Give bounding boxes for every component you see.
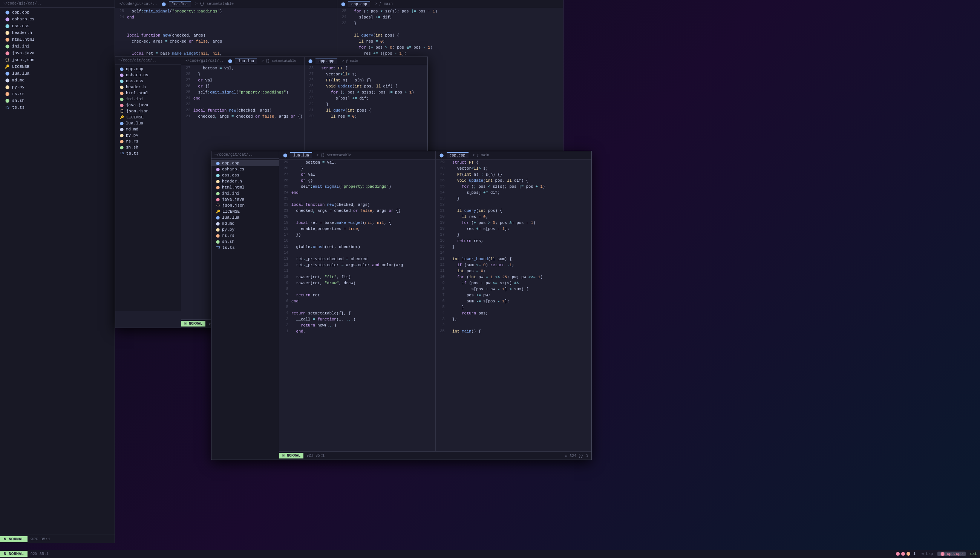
large-float-file[interactable]: ⬤java.java (211, 197, 279, 202)
file-name: ts.ts (222, 245, 235, 250)
code-line: for (+ pos > 0; pos &= pos - 1) (338, 44, 563, 51)
file-cpp[interactable]: ⬤ cpp.cpp (0, 9, 115, 16)
file-sh[interactable]: ⬤ sh.sh (0, 97, 115, 104)
float-file[interactable]: ⬤py.py (115, 132, 181, 138)
large-lua-icon: ⬤ (283, 153, 287, 158)
large-float-file[interactable]: ⬤lua.lua (211, 215, 279, 221)
float-file[interactable]: ⬤lua.lua (115, 120, 181, 126)
large-float-file-cpp[interactable]: ⬤cpp.cpp (211, 160, 279, 166)
float-cpp-code: 28 struct FT { 27 vector<ll> s; 26 FT(in… (305, 65, 428, 120)
sh-icon: ⬤ (5, 98, 10, 103)
file-lua[interactable]: ⬤ lua.lua (0, 70, 115, 77)
file-name: lua.lua (126, 121, 143, 126)
file-license[interactable]: 🔑 LICENSE (0, 63, 115, 70)
large-float-file[interactable]: ⬤html.html (211, 184, 279, 190)
float-file[interactable]: ⬤css.css (115, 78, 181, 84)
float-cpp-tab[interactable]: cpp.cpp (315, 58, 338, 64)
file-md[interactable]: ⬤ md.md (0, 77, 115, 84)
large-float-file[interactable]: 🔑LICENSE (211, 208, 279, 215)
file-name: cpp.cpp (12, 10, 29, 15)
file-name: ini.ini (126, 97, 143, 102)
large-float-file[interactable]: ⬤md.md (211, 221, 279, 226)
large-float-file[interactable]: ⬤csharp.cs (211, 166, 279, 172)
file-name: lua.lua (12, 71, 29, 76)
large-float-file[interactable]: ⬤py.py (211, 226, 279, 233)
large-pos: 92% 35:1 (303, 453, 328, 458)
file-percent: 92% 35:1 (28, 536, 54, 542)
md-icon: ⬤ (5, 78, 10, 83)
file-name: json.json (222, 203, 245, 208)
large-float-file[interactable]: {}json.json (211, 202, 279, 208)
float-path: ~/code/git/cat/.. (185, 59, 223, 63)
file-name: lua.lua (222, 215, 239, 220)
statusbar-mode: N NORMAL (0, 551, 28, 557)
code-line: 23 } (338, 20, 563, 26)
float-file[interactable]: ⬤md.md (115, 126, 181, 132)
large-float-file[interactable]: TSts.ts (211, 245, 279, 251)
code-line (338, 26, 563, 33)
file-ini[interactable]: ⬤ ini.ini (0, 43, 115, 50)
file-name: java.java (126, 103, 148, 107)
statusbar-right: 1 ⊙ Lsp ⬤ cpp.cpp cat (896, 551, 980, 556)
float-file[interactable]: 🔑LICENSE (115, 114, 181, 120)
lua-tab[interactable]: lua.lua (169, 1, 191, 7)
file-java[interactable]: ⬤ java.java (0, 50, 115, 57)
file-html[interactable]: ⬤ html.html (0, 36, 115, 43)
file-name: json.json (12, 58, 34, 62)
file-py[interactable]: ⬤ py.py (0, 84, 115, 90)
float-file[interactable]: ⬤cpp.cpp (115, 66, 181, 72)
hint-dot (906, 552, 910, 556)
float-sidebar-header: ~/code/git/cat/.. (115, 57, 181, 64)
float-file[interactable]: ⬤sh.sh (115, 144, 181, 151)
lsp-label: 1 (912, 552, 917, 556)
code-line: ll query(int pos) { (338, 33, 563, 38)
large-cpp-context: > ƒ main (473, 153, 489, 157)
float-file[interactable]: TSts.ts (115, 151, 181, 156)
float-lua-tab[interactable]: lua.lua (235, 58, 257, 64)
cpp-context: > ƒ main (375, 2, 393, 6)
file-name: py.py (126, 133, 138, 138)
file-json[interactable]: {} json.json (0, 57, 115, 63)
file-name: json.json (126, 109, 149, 113)
file-rs[interactable]: ⬤ rs.rs (0, 90, 115, 97)
lsp-text: ⊙ Lsp (919, 551, 936, 556)
code-line: 25 for (; pos < sz(s); pos |= pos + 1) (338, 8, 563, 14)
file-name: header.h (222, 179, 242, 184)
py-icon: ⬤ (5, 84, 10, 90)
css-icon: ⬤ (5, 23, 10, 29)
error-dot (896, 552, 900, 556)
float-file[interactable]: ⬤csharp.cs (115, 72, 181, 78)
float-file[interactable]: {}json.json (115, 108, 181, 114)
file-name: html.html (126, 91, 148, 95)
float-file[interactable]: ⬤ini.ini (115, 96, 181, 102)
float-file[interactable]: ⬤java.java (115, 102, 181, 108)
file-name: md.md (12, 78, 25, 82)
code-line: 25 self:emit_signal("property::paddings"… (115, 8, 337, 14)
lua-context: > {} setmetatable (195, 2, 234, 6)
large-float-file[interactable]: ⬤rs.rs (211, 233, 279, 239)
large-cpp-code: 29 struct FT { 28 vector<ll> s; 27 FT(in… (436, 159, 592, 335)
file-ts[interactable]: TS ts.ts (0, 104, 115, 111)
large-cpp-tab[interactable]: cpp.cpp (447, 152, 469, 158)
large-float-file[interactable]: ⬤ini.ini (211, 190, 279, 197)
ts-icon: TS (5, 105, 10, 110)
file-css[interactable]: ⬤ css.css (0, 23, 115, 30)
float-file[interactable]: ⬤rs.rs (115, 138, 181, 144)
cpp-tab[interactable]: cpp.cpp (348, 1, 370, 7)
float-file[interactable]: ⬤header.h (115, 84, 181, 90)
large-lua-tab[interactable]: lua.lua (290, 152, 312, 158)
large-float-file[interactable]: ⬤header.h (211, 178, 279, 184)
file-name: rs.rs (126, 139, 138, 144)
large-float-file[interactable]: ⬤sh.sh (211, 239, 279, 245)
float-file[interactable]: ⬤html.html (115, 90, 181, 96)
main-sidebar: ~/code/git/cat/.. ⬤ cpp.cpp ⬤ csharp.cs … (0, 0, 115, 543)
file-header[interactable]: ⬤ header.h (0, 30, 115, 36)
code-line: 24end (115, 14, 337, 20)
file-name: css.css (126, 79, 143, 83)
file-csharp[interactable]: ⬤ csharp.cs (0, 16, 115, 23)
large-float-file[interactable]: ⬤css.css (211, 172, 279, 178)
float-mode: N NORMAL (181, 321, 205, 327)
file-name: ini.ini (222, 191, 239, 196)
large-float-statusbar: N NORMAL 92% 35:1 ⊙ 324 }} 3 (279, 451, 592, 460)
file-name: css.css (12, 24, 29, 28)
